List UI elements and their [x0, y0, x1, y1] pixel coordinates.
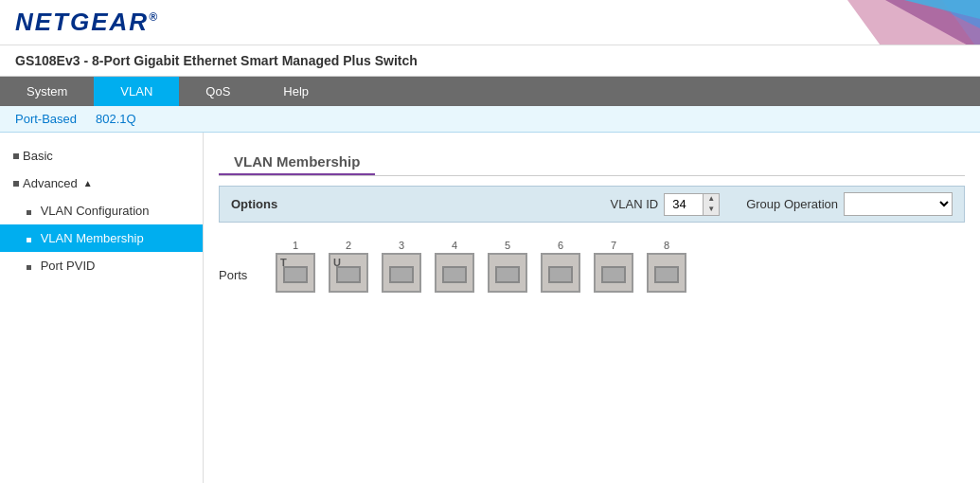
port-number-4: 4 — [452, 240, 457, 251]
port-eth-1 — [283, 266, 308, 283]
vlan-id-spinner: ▲ ▼ — [703, 194, 719, 215]
port-item-7: 7 — [594, 240, 633, 293]
sub-nav-port-based[interactable]: Port-Based — [15, 112, 77, 126]
port-5[interactable] — [488, 253, 527, 293]
device-title: GS108Ev3 - 8-Port Gigabit Ethernet Smart… — [0, 45, 980, 77]
sidebar-label-port-pvid: Port PVID — [41, 259, 96, 273]
port-2[interactable]: U — [329, 253, 368, 293]
panel-header: VLAN Membership — [204, 133, 980, 176]
port-6[interactable] — [541, 253, 580, 293]
group-op-select[interactable]: Tag All Untag All Remove All — [844, 192, 953, 216]
port-number-7: 7 — [611, 240, 616, 251]
bullet-small-vlan-config — [27, 210, 31, 215]
nav-tabs: System VLAN QoS Help — [0, 77, 980, 106]
port-eth-8 — [654, 266, 679, 283]
group-op-label: Group Operation — [746, 197, 838, 211]
port-tag-1: T — [280, 257, 287, 268]
port-number-6: 6 — [558, 240, 563, 251]
sidebar-label-vlan-membership: VLAN Membership — [41, 231, 144, 245]
bullet-small-port-pvid — [27, 265, 31, 270]
vlan-id-decrement[interactable]: ▼ — [704, 205, 719, 215]
group-op-section: Group Operation Tag All Untag All Remove… — [746, 192, 953, 216]
port-number-8: 8 — [664, 240, 669, 251]
sidebar: Basic Advanced ▲ VLAN Configuration VLAN… — [0, 133, 204, 483]
port-4[interactable] — [435, 253, 474, 293]
port-item-1: 1 T — [276, 240, 315, 293]
content-area: Basic Advanced ▲ VLAN Configuration VLAN… — [0, 133, 980, 483]
tab-help[interactable]: Help — [257, 77, 335, 106]
chevron-up-icon: ▲ — [83, 178, 93, 188]
port-item-4: 4 — [435, 240, 474, 293]
bullet-advanced — [13, 181, 19, 187]
port-3[interactable] — [382, 253, 421, 293]
sidebar-item-basic[interactable]: Basic — [0, 142, 203, 170]
port-eth-4 — [442, 266, 467, 283]
port-item-3: 3 — [382, 240, 421, 293]
tab-vlan[interactable]: VLAN — [94, 77, 179, 106]
vlan-id-value: 34 — [665, 194, 703, 214]
sidebar-item-vlan-config[interactable]: VLAN Configuration — [0, 197, 203, 224]
panel-title: VLAN Membership — [219, 142, 375, 175]
ports-label: Ports — [219, 240, 257, 282]
page-header: NETGEAR® — [0, 0, 980, 45]
port-7[interactable] — [594, 253, 633, 293]
port-number-5: 5 — [505, 240, 510, 251]
main-nav: System VLAN QoS Help Port-Based 802.1Q — [0, 77, 980, 133]
port-number-1: 1 — [293, 240, 298, 251]
port-eth-6 — [548, 266, 573, 283]
port-item-5: 5 — [488, 240, 527, 293]
sidebar-label-basic: Basic — [23, 149, 53, 163]
port-eth-3 — [389, 266, 414, 283]
vlan-id-input: 34 ▲ ▼ — [664, 193, 720, 216]
port-number-2: 2 — [346, 240, 351, 251]
port-eth-2 — [336, 266, 361, 283]
sidebar-label-vlan-config: VLAN Configuration — [41, 204, 150, 218]
port-tag-2: U — [333, 257, 341, 268]
ports-section: Ports 1 T 2 U — [219, 236, 965, 296]
options-label: Options — [231, 197, 277, 211]
port-item-2: 2 U — [329, 240, 368, 293]
vlan-id-increment[interactable]: ▲ — [704, 194, 719, 205]
bullet-small-vlan-membership — [27, 238, 31, 242]
header-decoration — [772, 0, 980, 45]
port-item-6: 6 — [541, 240, 580, 293]
options-bar: Options VLAN ID 34 ▲ ▼ Group Operation — [219, 186, 965, 223]
vlan-area: Options VLAN ID 34 ▲ ▼ Group Operation — [204, 176, 980, 306]
port-eth-5 — [495, 266, 520, 283]
port-number-3: 3 — [399, 240, 404, 251]
port-item-8: 8 — [647, 240, 686, 293]
main-panel: VLAN Membership Options VLAN ID 34 ▲ ▼ — [204, 133, 980, 483]
sidebar-item-advanced[interactable]: Advanced ▲ — [0, 170, 203, 197]
sub-nav-8021q[interactable]: 802.1Q — [96, 112, 136, 126]
port-8[interactable] — [647, 253, 686, 293]
tab-qos[interactable]: QoS — [179, 77, 257, 106]
bullet-basic — [13, 153, 19, 159]
tab-system[interactable]: System — [0, 77, 94, 106]
vlan-id-section: VLAN ID 34 ▲ ▼ — [611, 193, 721, 216]
vlan-id-label: VLAN ID — [611, 197, 659, 211]
sidebar-item-port-pvid[interactable]: Port PVID — [0, 252, 203, 279]
ports-grid: 1 T 2 U — [276, 240, 686, 293]
port-eth-7 — [601, 266, 626, 283]
port-1[interactable]: T — [276, 253, 315, 293]
sub-nav: Port-Based 802.1Q — [0, 106, 980, 133]
sidebar-item-vlan-membership[interactable]: VLAN Membership — [0, 224, 203, 252]
sidebar-label-advanced: Advanced — [23, 176, 78, 190]
